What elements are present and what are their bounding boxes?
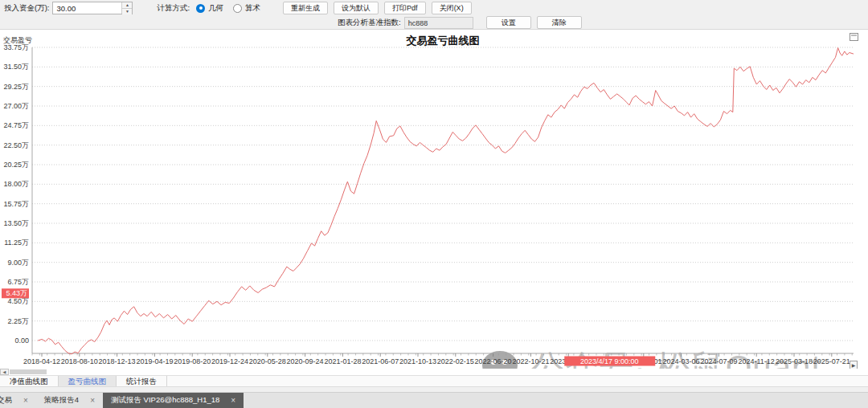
scrollbar-thumb[interactable] (10, 369, 47, 374)
taskbar-tab-label: 测试报告 VIP26@hc888_H1_18 (111, 395, 219, 406)
y-tick-label: 31.50万 (3, 63, 29, 71)
radio-arithmetic-label: 算术 (245, 3, 260, 14)
spinner-up-icon[interactable]: ▲ (122, 2, 132, 8)
y-tick-label: 15.75万 (3, 200, 29, 208)
mini-scrollbar[interactable]: ◀ (0, 369, 868, 375)
x-tick-label: 2024-11-12 (739, 357, 775, 365)
x-tick-label: 2025-03-18 (776, 357, 813, 365)
toolbar-row-2: 图表分析基准指数: hc888 设置 清除 (0, 15, 868, 30)
invest-amount-stepper[interactable]: ▲ ▼ (121, 2, 132, 14)
x-tick-label: 2024-07-09 (700, 357, 737, 365)
spinner-down-icon[interactable]: ▼ (122, 8, 132, 14)
y-tick-label: 4.50万 (7, 297, 29, 305)
restore-window-icon[interactable] (850, 33, 858, 41)
profit-loss-chart-panel: 公众号· 松鼠Quant 交易盈亏曲线图 0.002.25万4.50万6.75万… (0, 31, 868, 369)
x-tick-label: 2022-02-15 (437, 357, 474, 365)
x-tick-label: 2018-04-12 (23, 357, 60, 365)
x-tick-label: 2019-08-20 (174, 357, 211, 365)
view-tab-0[interactable]: 净值曲线图 (0, 376, 59, 387)
x-tick-label: 2021-10-13 (399, 357, 436, 365)
clear-button[interactable]: 清除 (537, 16, 582, 29)
profit-loss-curve-plot[interactable]: 0.002.25万4.50万6.75万9.00万11.25万13.50万15.7… (0, 31, 868, 369)
scroll-left-icon[interactable]: ◀ (0, 369, 9, 375)
y-tick-label: 24.75万 (3, 121, 29, 129)
taskbar-tab-0[interactable]: 交易× (0, 393, 36, 408)
invest-amount-input[interactable]: 30.00 ▲ ▼ (52, 2, 133, 14)
close-button[interactable]: 关闭(X) (432, 2, 472, 14)
x-tick-label: 2018-08-10 (61, 357, 98, 365)
separator-strip (0, 386, 868, 392)
x-tick-label: 2019-12-24 (211, 357, 248, 365)
y-tick-label: 29.25万 (3, 83, 29, 91)
x-tick-label: 2018-12-13 (99, 357, 136, 365)
y-tick-label: 18.00万 (3, 180, 29, 188)
chart-title: 交易盈亏曲线图 (32, 34, 854, 48)
invest-amount-label: 投入资金(万): (4, 3, 49, 14)
regenerate-button[interactable]: 重新生成 (283, 2, 328, 14)
benchmark-index-label: 图表分析基准指数: (338, 18, 401, 28)
close-icon[interactable]: × (90, 396, 95, 405)
settings-button[interactable]: 设置 (486, 16, 531, 29)
set-default-button[interactable]: 设为默认 (334, 2, 379, 14)
x-tick-label: 2019-04-19 (136, 357, 173, 365)
crosshair-y-label: 5.43万 (6, 289, 27, 297)
x-tick-label: 2025-07-21 (813, 357, 850, 365)
taskbar-tab-label: 策略报告4 (44, 395, 79, 406)
benchmark-index-input[interactable]: hc888 (404, 17, 473, 29)
toolbar-row-1: 投入资金(万): 30.00 ▲ ▼ 计算方式: 几何 算术 重新生成 设为默认… (0, 1, 868, 15)
x-tick-label: 2020-05-28 (249, 357, 286, 365)
radio-unselected-icon[interactable] (233, 4, 242, 13)
close-icon[interactable]: × (23, 396, 28, 405)
x-tick-label: 2021-06-07 (362, 357, 399, 365)
x-tick-label: 2020-09-24 (287, 357, 324, 365)
x-tick-label: 2022-10-21 (512, 357, 549, 365)
calc-method-label: 计算方式: (157, 3, 190, 14)
taskbar-tab-label: 交易 (0, 395, 12, 406)
radio-selected-icon[interactable] (196, 4, 205, 13)
app-window: 投入资金(万): 30.00 ▲ ▼ 计算方式: 几何 算术 重新生成 设为默认… (0, 0, 868, 408)
y-tick-label: 11.25万 (4, 239, 29, 247)
x-tick-label: 2022-06-20 (475, 357, 512, 365)
crosshair-x-label: 2023/4/17 9:00:00 (580, 357, 639, 365)
taskbar-tab-2[interactable]: 测试报告 VIP26@hc888_H1_18× (103, 393, 244, 408)
view-tab-1[interactable]: 盈亏曲线图 (59, 376, 117, 387)
y-tick-label: 20.25万 (3, 161, 29, 169)
y-tick-label: 33.75万 (3, 43, 29, 51)
y-tick-label: 13.50万 (3, 219, 29, 227)
document-taskbar: 交易×策略报告4×测试报告 VIP26@hc888_H1_18× (0, 392, 868, 408)
y-tick-label: 22.50万 (3, 141, 29, 149)
close-icon[interactable]: × (231, 396, 235, 405)
print-pdf-button[interactable]: 打印Pdf (384, 2, 426, 14)
y-axis-name: 交易盈亏 (3, 36, 32, 44)
view-tabs: 净值曲线图盈亏曲线图统计报告 (0, 375, 868, 386)
y-tick-label: 6.75万 (7, 278, 29, 286)
y-tick-label: 2.25万 (7, 317, 29, 325)
taskbar-tab-1[interactable]: 策略报告4× (36, 393, 103, 408)
profit-loss-line (38, 48, 854, 354)
toolbar: 投入资金(万): 30.00 ▲ ▼ 计算方式: 几何 算术 重新生成 设为默认… (0, 0, 868, 30)
view-tab-2[interactable]: 统计报告 (117, 376, 167, 387)
y-tick-label: 9.00万 (7, 259, 29, 267)
radio-geometric-label: 几何 (208, 3, 223, 14)
invest-amount-value[interactable]: 30.00 (53, 2, 121, 14)
radio-arithmetic[interactable]: 算术 (233, 3, 260, 14)
x-tick-label: 2024-03-06 (663, 357, 700, 365)
y-tick-label: 27.00万 (3, 102, 29, 110)
y-tick-label: 0.00 (14, 337, 29, 345)
radio-geometric[interactable]: 几何 (196, 3, 223, 14)
x-tick-label: 2021-01-28 (324, 357, 361, 365)
